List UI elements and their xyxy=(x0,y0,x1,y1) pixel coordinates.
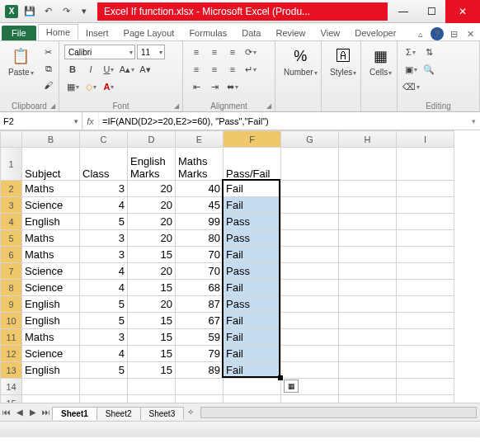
close-button[interactable]: ✕ xyxy=(445,0,480,23)
worksheet-grid[interactable]: BCDEFGHI 1SubjectClassEnglish MarksMaths… xyxy=(0,130,480,403)
col-header-I[interactable]: I xyxy=(397,131,454,148)
cell[interactable]: Pass xyxy=(224,230,281,247)
tab-page-layout[interactable]: Page Layout xyxy=(116,26,182,40)
col-header-G[interactable]: G xyxy=(281,131,339,148)
col-header-H[interactable]: H xyxy=(339,131,397,148)
row-header[interactable]: 9 xyxy=(1,296,22,313)
cell[interactable]: 5 xyxy=(80,313,128,329)
row-header[interactable]: 3 xyxy=(1,197,22,214)
cell[interactable] xyxy=(281,362,339,379)
cell[interactable] xyxy=(397,280,454,296)
row-header[interactable]: 5 xyxy=(1,230,22,247)
align-middle-icon[interactable]: ≡ xyxy=(206,45,223,59)
restore-window-icon[interactable]: ⊟ xyxy=(447,27,460,40)
row-header[interactable]: 15 xyxy=(1,395,22,403)
close-workbook-icon[interactable]: ✕ xyxy=(464,27,477,40)
cell[interactable]: Pass xyxy=(224,214,281,230)
font-launcher[interactable]: ◢ xyxy=(172,101,181,110)
cell[interactable]: English Marks xyxy=(128,148,176,181)
cell[interactable]: 4 xyxy=(80,263,128,280)
cell[interactable] xyxy=(397,197,454,214)
tab-review[interactable]: Review xyxy=(268,26,313,40)
cell[interactable] xyxy=(397,230,454,247)
cell[interactable] xyxy=(281,263,339,280)
minimize-ribbon-icon[interactable]: ▵ xyxy=(414,27,427,40)
cell[interactable] xyxy=(339,214,397,230)
cell[interactable] xyxy=(339,263,397,280)
cell[interactable] xyxy=(281,346,339,362)
row-header[interactable]: 14 xyxy=(1,379,22,395)
cell[interactable] xyxy=(339,379,397,395)
cell[interactable] xyxy=(339,313,397,329)
cell[interactable]: 4 xyxy=(80,346,128,362)
cell[interactable]: 70 xyxy=(176,247,224,263)
italic-button[interactable]: I xyxy=(82,62,99,77)
cell[interactable] xyxy=(128,379,176,395)
sheet-tab[interactable]: Sheet2 xyxy=(96,407,141,420)
cell[interactable]: Science xyxy=(22,197,80,214)
cell[interactable]: Fail xyxy=(224,329,281,346)
cell[interactable]: Fail xyxy=(224,313,281,329)
sheet-tab[interactable]: Sheet3 xyxy=(140,407,185,420)
cell[interactable]: 15 xyxy=(128,362,176,379)
cell[interactable]: 15 xyxy=(128,280,176,296)
cell[interactable] xyxy=(339,362,397,379)
copy-icon[interactable]: ⧉ xyxy=(40,61,57,76)
font-name-combo[interactable]: Calibri xyxy=(64,45,135,59)
bold-button[interactable]: B xyxy=(64,62,81,77)
shrink-font-button[interactable]: A▾ xyxy=(137,62,153,77)
cell[interactable]: 68 xyxy=(176,280,224,296)
cell[interactable]: Maths xyxy=(22,329,80,346)
font-color-button[interactable]: A xyxy=(101,79,117,94)
align-center-icon[interactable]: ≡ xyxy=(206,62,223,77)
cell[interactable]: Fail xyxy=(224,247,281,263)
merge-center-icon[interactable]: ⬌ xyxy=(224,79,241,94)
cell[interactable]: Pass/Fail xyxy=(224,148,281,181)
cell[interactable]: Fail xyxy=(224,280,281,296)
formula-input[interactable] xyxy=(99,112,467,130)
cell[interactable] xyxy=(281,313,339,329)
align-left-icon[interactable]: ≡ xyxy=(188,62,205,77)
cell[interactable]: 5 xyxy=(80,296,128,313)
next-sheet-icon[interactable]: ▶ xyxy=(26,406,40,419)
cell[interactable] xyxy=(397,181,454,197)
cell[interactable]: Pass xyxy=(224,296,281,313)
paste-button[interactable]: 📋 Paste xyxy=(5,45,37,78)
cell[interactable]: 15 xyxy=(128,247,176,263)
cell[interactable]: 5 xyxy=(80,214,128,230)
fill-color-button[interactable]: ◇ xyxy=(82,79,99,94)
cell[interactable]: 20 xyxy=(128,214,176,230)
cut-icon[interactable]: ✂ xyxy=(40,45,57,59)
cell[interactable]: English xyxy=(22,296,80,313)
name-box[interactable]: F2 xyxy=(0,112,82,130)
cell[interactable] xyxy=(397,214,454,230)
cell[interactable] xyxy=(22,379,80,395)
cell[interactable] xyxy=(339,395,397,403)
cell[interactable]: 3 xyxy=(80,230,128,247)
sheet-tab[interactable]: Sheet1 xyxy=(52,407,97,420)
cell[interactable]: 79 xyxy=(176,346,224,362)
styles-button[interactable]: 🄰Styles xyxy=(327,45,360,78)
first-sheet-icon[interactable]: ⏮ xyxy=(0,406,13,419)
cell[interactable] xyxy=(339,197,397,214)
cell[interactable] xyxy=(397,247,454,263)
cell[interactable]: 4 xyxy=(80,280,128,296)
format-painter-icon[interactable]: 🖌 xyxy=(40,78,57,92)
maximize-button[interactable]: ☐ xyxy=(417,0,445,23)
prev-sheet-icon[interactable]: ◀ xyxy=(13,406,26,419)
col-header-B[interactable]: B xyxy=(22,131,80,148)
cell[interactable]: Science xyxy=(22,263,80,280)
cell[interactable] xyxy=(397,329,454,346)
col-header-D[interactable]: D xyxy=(128,131,176,148)
row-header[interactable]: 4 xyxy=(1,214,22,230)
font-size-combo[interactable]: 11 xyxy=(137,45,165,59)
cell[interactable]: 59 xyxy=(176,329,224,346)
find-select-icon[interactable]: 🔍 xyxy=(421,62,437,77)
cell[interactable] xyxy=(339,230,397,247)
fill-icon[interactable]: ▣ xyxy=(402,62,419,77)
cell[interactable]: 40 xyxy=(176,181,224,197)
undo-icon[interactable]: ↶ xyxy=(40,3,56,20)
cell[interactable]: Fail xyxy=(224,362,281,379)
cell[interactable] xyxy=(397,313,454,329)
cell[interactable] xyxy=(281,280,339,296)
